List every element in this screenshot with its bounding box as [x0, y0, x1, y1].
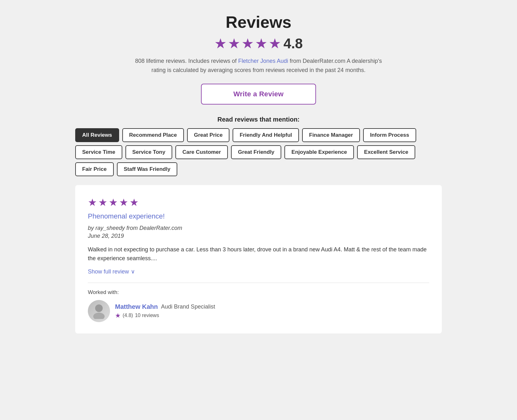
show-full-review-button[interactable]: Show full review ∨	[88, 268, 429, 275]
tag-great-price[interactable]: Great Price	[187, 128, 230, 142]
star-4-icon: ★	[255, 35, 267, 51]
mentions-label: Read reviews that mention:	[75, 116, 442, 123]
author-source: DealerRater.com	[139, 225, 182, 231]
specialist-title: Audi Brand Specialist	[161, 303, 215, 310]
specialist-row: Matthew Kahn Audi Brand Specialist ★ (4.…	[88, 300, 429, 322]
star-3-icon: ★	[241, 35, 254, 51]
star-2-icon: ★	[228, 35, 240, 51]
rating-row: ★ ★ ★ ★ ★ 4.8	[75, 35, 442, 51]
tag-inform-process[interactable]: Inform Process	[363, 128, 416, 142]
tag-great-friendly[interactable]: Great Friendly	[231, 145, 281, 159]
page-wrapper: Reviews ★ ★ ★ ★ ★ 4.8 808 lifetime revie…	[69, 0, 448, 351]
reviews-description: 808 lifetime reviews. Includes reviews o…	[132, 57, 385, 75]
review-stars: ★ ★ ★ ★ ★	[88, 196, 429, 208]
review-star-2: ★	[98, 196, 107, 208]
author-by: by	[88, 225, 95, 231]
review-title: Phenomenal experience!	[88, 212, 429, 220]
dealer-link[interactable]: Fletcher Jones Audi	[238, 58, 288, 64]
tag-staff-was-friendly[interactable]: Staff Was Friendly	[117, 162, 178, 176]
specialist-name[interactable]: Matthew Kahn	[115, 303, 158, 310]
specialist-info: Matthew Kahn Audi Brand Specialist ★ (4.…	[115, 303, 215, 319]
tag-care-customer[interactable]: Care Customer	[175, 145, 228, 159]
tag-enjoyable-experience[interactable]: Enjoyable Experience	[284, 145, 354, 159]
author-name: ray_sheedy	[95, 225, 125, 231]
tag-service-tony[interactable]: Service Tony	[125, 145, 173, 159]
tag-finance-manager[interactable]: Finance Manager	[302, 128, 360, 142]
tag-fair-price[interactable]: Fair Price	[75, 162, 114, 176]
avatar-person-icon	[93, 303, 105, 319]
review-star-5: ★	[130, 196, 139, 208]
reviews-list: ★ ★ ★ ★ ★ Phenomenal experience! by ray_…	[75, 185, 442, 334]
review-star-4: ★	[119, 196, 128, 208]
write-review-button[interactable]: Write a Review	[201, 84, 316, 105]
star-1-icon: ★	[214, 35, 227, 51]
lifetime-reviews-text: 808 lifetime reviews. Includes reviews o…	[135, 58, 237, 64]
specialist-avatar	[88, 300, 110, 322]
specialist-name-row: Matthew Kahn Audi Brand Specialist	[115, 303, 215, 310]
tag-friendly-helpful[interactable]: Friendly And Helpful	[233, 128, 299, 142]
specialist-review-count: 10 reviews	[135, 313, 159, 318]
svg-point-0	[95, 304, 103, 312]
rating-stars: ★ ★ ★ ★ ★	[214, 35, 281, 51]
review-divider	[88, 283, 429, 283]
review-star-3: ★	[109, 196, 118, 208]
write-review-container: Write a Review	[75, 84, 442, 105]
specialist-star-icon: ★	[115, 312, 121, 319]
tag-recommend-place[interactable]: Recommend Place	[122, 128, 184, 142]
review-author: by ray_sheedy from DealerRater.com	[88, 225, 429, 231]
avatar-placeholder	[88, 300, 110, 322]
tag-all-reviews[interactable]: All Reviews	[75, 128, 119, 142]
reviews-header: Reviews ★ ★ ★ ★ ★ 4.8 808 lifetime revie…	[75, 13, 442, 105]
page-title: Reviews	[75, 13, 442, 32]
review-star-1: ★	[88, 196, 97, 208]
chevron-down-icon: ∨	[131, 268, 135, 275]
mentions-section: Read reviews that mention: All ReviewsRe…	[75, 116, 442, 176]
specialist-rating-row: ★ (4.8) 10 reviews	[115, 312, 215, 319]
review-card: ★ ★ ★ ★ ★ Phenomenal experience! by ray_…	[75, 185, 442, 334]
review-date: June 28, 2019	[88, 233, 429, 239]
tag-excellent-service[interactable]: Excellent Service	[357, 145, 415, 159]
rating-number: 4.8	[283, 36, 303, 51]
show-full-review-label: Show full review	[88, 268, 129, 275]
author-from: from	[125, 225, 139, 231]
svg-point-1	[93, 313, 105, 319]
tag-service-time[interactable]: Service Time	[75, 145, 122, 159]
star-5-icon: ★	[269, 35, 281, 51]
review-text: Walked in not expecting to purchase a ca…	[88, 245, 429, 263]
specialist-rating: (4.8)	[123, 313, 133, 318]
tags-container: All ReviewsRecommend PlaceGreat PriceFri…	[75, 128, 442, 176]
worked-with-label: Worked with:	[88, 289, 429, 296]
